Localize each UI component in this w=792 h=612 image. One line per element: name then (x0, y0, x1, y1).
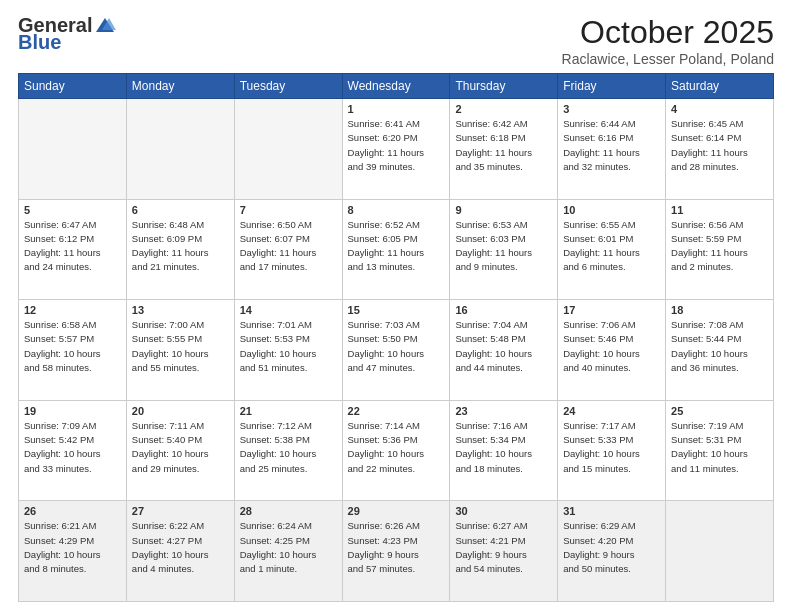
calendar-cell: 23Sunrise: 7:16 AM Sunset: 5:34 PM Dayli… (450, 400, 558, 501)
calendar-cell: 27Sunrise: 6:22 AM Sunset: 4:27 PM Dayli… (126, 501, 234, 602)
day-number: 19 (24, 405, 121, 417)
calendar-header-sunday: Sunday (19, 74, 127, 99)
day-info: Sunrise: 6:56 AM Sunset: 5:59 PM Dayligh… (671, 218, 768, 275)
day-info: Sunrise: 7:03 AM Sunset: 5:50 PM Dayligh… (348, 318, 445, 375)
calendar-cell: 22Sunrise: 7:14 AM Sunset: 5:36 PM Dayli… (342, 400, 450, 501)
calendar-week-1: 1Sunrise: 6:41 AM Sunset: 6:20 PM Daylig… (19, 99, 774, 200)
day-number: 16 (455, 304, 552, 316)
day-info: Sunrise: 6:58 AM Sunset: 5:57 PM Dayligh… (24, 318, 121, 375)
day-number: 12 (24, 304, 121, 316)
day-info: Sunrise: 7:09 AM Sunset: 5:42 PM Dayligh… (24, 419, 121, 476)
day-number: 1 (348, 103, 445, 115)
day-info: Sunrise: 6:44 AM Sunset: 6:16 PM Dayligh… (563, 117, 660, 174)
day-number: 2 (455, 103, 552, 115)
day-info: Sunrise: 6:29 AM Sunset: 4:20 PM Dayligh… (563, 519, 660, 576)
day-info: Sunrise: 6:45 AM Sunset: 6:14 PM Dayligh… (671, 117, 768, 174)
logo: General Blue (18, 14, 116, 54)
day-number: 28 (240, 505, 337, 517)
day-info: Sunrise: 7:04 AM Sunset: 5:48 PM Dayligh… (455, 318, 552, 375)
day-info: Sunrise: 6:21 AM Sunset: 4:29 PM Dayligh… (24, 519, 121, 576)
day-info: Sunrise: 7:19 AM Sunset: 5:31 PM Dayligh… (671, 419, 768, 476)
day-number: 17 (563, 304, 660, 316)
day-info: Sunrise: 6:22 AM Sunset: 4:27 PM Dayligh… (132, 519, 229, 576)
logo-icon (94, 16, 116, 36)
calendar-cell: 4Sunrise: 6:45 AM Sunset: 6:14 PM Daylig… (666, 99, 774, 200)
day-number: 15 (348, 304, 445, 316)
day-info: Sunrise: 7:06 AM Sunset: 5:46 PM Dayligh… (563, 318, 660, 375)
calendar-header-thursday: Thursday (450, 74, 558, 99)
calendar-header-monday: Monday (126, 74, 234, 99)
calendar-cell: 19Sunrise: 7:09 AM Sunset: 5:42 PM Dayli… (19, 400, 127, 501)
day-number: 4 (671, 103, 768, 115)
day-info: Sunrise: 7:08 AM Sunset: 5:44 PM Dayligh… (671, 318, 768, 375)
calendar-cell: 31Sunrise: 6:29 AM Sunset: 4:20 PM Dayli… (558, 501, 666, 602)
day-number: 18 (671, 304, 768, 316)
calendar-header-tuesday: Tuesday (234, 74, 342, 99)
day-info: Sunrise: 6:26 AM Sunset: 4:23 PM Dayligh… (348, 519, 445, 576)
day-number: 21 (240, 405, 337, 417)
day-info: Sunrise: 7:17 AM Sunset: 5:33 PM Dayligh… (563, 419, 660, 476)
day-info: Sunrise: 6:55 AM Sunset: 6:01 PM Dayligh… (563, 218, 660, 275)
calendar-cell: 1Sunrise: 6:41 AM Sunset: 6:20 PM Daylig… (342, 99, 450, 200)
calendar-cell: 28Sunrise: 6:24 AM Sunset: 4:25 PM Dayli… (234, 501, 342, 602)
calendar-header-wednesday: Wednesday (342, 74, 450, 99)
day-number: 11 (671, 204, 768, 216)
title-block: October 2025 Raclawice, Lesser Poland, P… (562, 14, 774, 67)
day-info: Sunrise: 6:27 AM Sunset: 4:21 PM Dayligh… (455, 519, 552, 576)
calendar-header-friday: Friday (558, 74, 666, 99)
calendar-cell: 29Sunrise: 6:26 AM Sunset: 4:23 PM Dayli… (342, 501, 450, 602)
calendar-cell: 10Sunrise: 6:55 AM Sunset: 6:01 PM Dayli… (558, 199, 666, 300)
calendar-cell (19, 99, 127, 200)
month-title: October 2025 (562, 14, 774, 51)
day-info: Sunrise: 6:52 AM Sunset: 6:05 PM Dayligh… (348, 218, 445, 275)
day-info: Sunrise: 6:41 AM Sunset: 6:20 PM Dayligh… (348, 117, 445, 174)
day-number: 22 (348, 405, 445, 417)
day-info: Sunrise: 7:00 AM Sunset: 5:55 PM Dayligh… (132, 318, 229, 375)
day-info: Sunrise: 7:14 AM Sunset: 5:36 PM Dayligh… (348, 419, 445, 476)
calendar-cell: 11Sunrise: 6:56 AM Sunset: 5:59 PM Dayli… (666, 199, 774, 300)
calendar-cell: 17Sunrise: 7:06 AM Sunset: 5:46 PM Dayli… (558, 300, 666, 401)
calendar-cell: 12Sunrise: 6:58 AM Sunset: 5:57 PM Dayli… (19, 300, 127, 401)
day-info: Sunrise: 6:42 AM Sunset: 6:18 PM Dayligh… (455, 117, 552, 174)
day-number: 10 (563, 204, 660, 216)
day-number: 30 (455, 505, 552, 517)
day-info: Sunrise: 7:16 AM Sunset: 5:34 PM Dayligh… (455, 419, 552, 476)
calendar-cell: 5Sunrise: 6:47 AM Sunset: 6:12 PM Daylig… (19, 199, 127, 300)
day-number: 14 (240, 304, 337, 316)
day-number: 23 (455, 405, 552, 417)
day-number: 20 (132, 405, 229, 417)
calendar-cell: 8Sunrise: 6:52 AM Sunset: 6:05 PM Daylig… (342, 199, 450, 300)
calendar-week-5: 26Sunrise: 6:21 AM Sunset: 4:29 PM Dayli… (19, 501, 774, 602)
day-number: 26 (24, 505, 121, 517)
calendar-cell: 18Sunrise: 7:08 AM Sunset: 5:44 PM Dayli… (666, 300, 774, 401)
day-info: Sunrise: 7:11 AM Sunset: 5:40 PM Dayligh… (132, 419, 229, 476)
day-info: Sunrise: 6:50 AM Sunset: 6:07 PM Dayligh… (240, 218, 337, 275)
page: General Blue October 2025 Raclawice, Les… (0, 0, 792, 612)
calendar-week-3: 12Sunrise: 6:58 AM Sunset: 5:57 PM Dayli… (19, 300, 774, 401)
calendar-header-row: SundayMondayTuesdayWednesdayThursdayFrid… (19, 74, 774, 99)
day-info: Sunrise: 6:48 AM Sunset: 6:09 PM Dayligh… (132, 218, 229, 275)
day-info: Sunrise: 6:24 AM Sunset: 4:25 PM Dayligh… (240, 519, 337, 576)
calendar-cell (666, 501, 774, 602)
day-number: 13 (132, 304, 229, 316)
logo-blue: Blue (18, 31, 61, 54)
location: Raclawice, Lesser Poland, Poland (562, 51, 774, 67)
calendar-week-4: 19Sunrise: 7:09 AM Sunset: 5:42 PM Dayli… (19, 400, 774, 501)
day-info: Sunrise: 6:53 AM Sunset: 6:03 PM Dayligh… (455, 218, 552, 275)
calendar-cell: 30Sunrise: 6:27 AM Sunset: 4:21 PM Dayli… (450, 501, 558, 602)
day-number: 8 (348, 204, 445, 216)
day-number: 24 (563, 405, 660, 417)
day-number: 31 (563, 505, 660, 517)
calendar-week-2: 5Sunrise: 6:47 AM Sunset: 6:12 PM Daylig… (19, 199, 774, 300)
calendar-header-saturday: Saturday (666, 74, 774, 99)
calendar-cell: 26Sunrise: 6:21 AM Sunset: 4:29 PM Dayli… (19, 501, 127, 602)
calendar-cell: 2Sunrise: 6:42 AM Sunset: 6:18 PM Daylig… (450, 99, 558, 200)
calendar-cell: 6Sunrise: 6:48 AM Sunset: 6:09 PM Daylig… (126, 199, 234, 300)
day-info: Sunrise: 6:47 AM Sunset: 6:12 PM Dayligh… (24, 218, 121, 275)
calendar-cell: 15Sunrise: 7:03 AM Sunset: 5:50 PM Dayli… (342, 300, 450, 401)
day-info: Sunrise: 7:01 AM Sunset: 5:53 PM Dayligh… (240, 318, 337, 375)
calendar-cell: 20Sunrise: 7:11 AM Sunset: 5:40 PM Dayli… (126, 400, 234, 501)
day-number: 29 (348, 505, 445, 517)
day-number: 27 (132, 505, 229, 517)
calendar-cell: 13Sunrise: 7:00 AM Sunset: 5:55 PM Dayli… (126, 300, 234, 401)
